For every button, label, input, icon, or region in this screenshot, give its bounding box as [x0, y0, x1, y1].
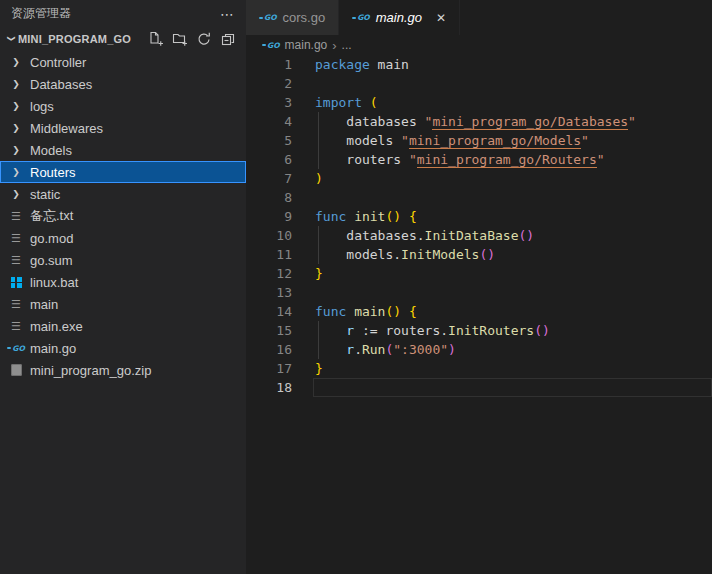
chevron-right-icon: ❯ — [12, 101, 20, 111]
token: mini_program_go/Databases — [432, 114, 628, 130]
token: r — [346, 323, 354, 338]
line-number: 6 — [246, 150, 292, 169]
code-text[interactable] — [315, 283, 712, 302]
file-item-main-exe[interactable]: ☰main.exe — [0, 315, 246, 337]
code-text[interactable]: r.Run(":3000") — [315, 340, 712, 359]
code-text[interactable]: models.InitModels() — [315, 245, 712, 264]
token: { — [409, 304, 417, 319]
code-text[interactable]: databases.InitDataBase() — [315, 226, 712, 245]
collapse-all-icon[interactable] — [219, 31, 236, 47]
go-icon: GO — [7, 344, 25, 353]
token: InitDataBase — [425, 228, 519, 243]
line-number: 14 — [246, 302, 292, 321]
item-label: main — [30, 297, 58, 312]
new-file-icon[interactable] — [147, 31, 164, 47]
refresh-icon[interactable] — [195, 31, 212, 47]
line-number: 5 — [246, 131, 292, 150]
code-lines: 1package main23import (4 databases "mini… — [246, 55, 712, 397]
folder-item-static[interactable]: ❯static — [0, 183, 246, 205]
token: ) — [448, 342, 456, 357]
token: ) — [315, 171, 323, 186]
line-number: 4 — [246, 112, 292, 131]
breadcrumb: GOmain.go›... — [246, 35, 712, 55]
code-text[interactable]: models "mini_program_go/Models" — [315, 131, 712, 150]
token: routers — [315, 152, 409, 167]
file-tree: ❯Controller❯Databases❯logs❯Middlewares❯M… — [0, 51, 246, 381]
code-line: 12} — [246, 264, 712, 283]
folder-item-routers[interactable]: ❯Routers — [0, 161, 246, 183]
line-number: 18 — [246, 378, 292, 397]
code-text[interactable]: package main — [315, 55, 712, 74]
code-line: 16 r.Run(":3000") — [246, 340, 712, 359]
token — [346, 209, 354, 224]
folder-item-models[interactable]: ❯Models — [0, 139, 246, 161]
tab-cors-go[interactable]: GOcors.go — [246, 0, 339, 35]
code-line: 18 — [246, 378, 712, 397]
code-line: 15 r := routers.InitRouters() — [246, 321, 712, 340]
file-item-txt[interactable]: ☰备忘.txt — [0, 205, 246, 227]
token: mini_program_go/Routers — [417, 152, 597, 168]
breadcrumb-item-more[interactable]: ... — [342, 38, 352, 52]
folder-item-databases[interactable]: ❯Databases — [0, 73, 246, 95]
item-label: Routers — [30, 165, 76, 180]
code-text[interactable]: ) — [315, 169, 712, 188]
tab-label: cors.go — [283, 10, 326, 25]
more-actions-icon[interactable]: ⋯ — [220, 7, 234, 21]
code-text[interactable]: databases "mini_program_go/Databases" — [315, 112, 712, 131]
folder-item-middlewares[interactable]: ❯Middlewares — [0, 117, 246, 139]
indent-guide — [318, 340, 319, 359]
code-text[interactable]: routers "mini_program_go/Routers" — [315, 150, 712, 169]
tab-main-go[interactable]: GOmain.go✕ — [339, 0, 460, 35]
token: Run — [362, 342, 385, 357]
token: databases. — [315, 228, 425, 243]
token: () — [385, 209, 401, 224]
code-text[interactable] — [315, 188, 712, 207]
token: () — [534, 323, 550, 338]
text-file-icon: ☰ — [11, 321, 21, 332]
file-item-linux-bat[interactable]: linux.bat — [0, 271, 246, 293]
item-label: logs — [30, 99, 54, 114]
code-text[interactable] — [315, 378, 712, 397]
line-number: 15 — [246, 321, 292, 340]
code-text[interactable]: } — [315, 359, 712, 378]
code-text[interactable]: } — [315, 264, 712, 283]
new-folder-icon[interactable] — [171, 31, 188, 47]
token: ":3000" — [393, 342, 448, 357]
code-line: 2 — [246, 74, 712, 93]
project-section-title: MINI_PROGRAM_GO — [18, 33, 131, 45]
chevron-down-icon: ❯ — [7, 32, 16, 46]
code-text[interactable]: import ( — [315, 93, 712, 112]
file-item-main-go[interactable]: GOmain.go — [0, 337, 246, 359]
chevron-right-icon: › — [332, 39, 336, 52]
code-text[interactable]: func init() { — [315, 207, 712, 226]
text-file-icon: ☰ — [11, 255, 21, 266]
file-item-main[interactable]: ☰main — [0, 293, 246, 315]
explorer-sidebar: 资源管理器 ⋯ ❯ MINI_PROGRAM_GO ❯Controller❯Da… — [0, 0, 246, 574]
item-label: main.exe — [30, 319, 83, 334]
code-text[interactable]: func main() { — [315, 302, 712, 321]
file-item-mini-program-go-zip[interactable]: mini_program_go.zip — [0, 359, 246, 381]
line-number: 7 — [246, 169, 292, 188]
token — [362, 95, 370, 110]
file-item-go-mod[interactable]: ☰go.mod — [0, 227, 246, 249]
code-text[interactable]: r := routers.InitRouters() — [315, 321, 712, 340]
code-line: 9func init() { — [246, 207, 712, 226]
item-label: Controller — [30, 55, 86, 70]
line-number: 10 — [246, 226, 292, 245]
code-line: 8 — [246, 188, 712, 207]
chevron-right-icon: ❯ — [12, 79, 20, 89]
item-label: 备忘.txt — [30, 207, 73, 225]
breadcrumb-item-file[interactable]: main.go — [285, 38, 328, 52]
token: () — [519, 228, 535, 243]
project-section-header[interactable]: ❯ MINI_PROGRAM_GO — [0, 27, 246, 50]
token: main — [354, 304, 385, 319]
line-number: 2 — [246, 74, 292, 93]
folder-item-logs[interactable]: ❯logs — [0, 95, 246, 117]
close-icon[interactable]: ✕ — [436, 12, 446, 24]
chevron-right-icon: ❯ — [12, 167, 20, 177]
file-item-go-sum[interactable]: ☰go.sum — [0, 249, 246, 271]
code-text[interactable] — [315, 74, 712, 93]
item-label: Models — [30, 143, 72, 158]
line-number: 3 — [246, 93, 292, 112]
folder-item-controller[interactable]: ❯Controller — [0, 51, 246, 73]
